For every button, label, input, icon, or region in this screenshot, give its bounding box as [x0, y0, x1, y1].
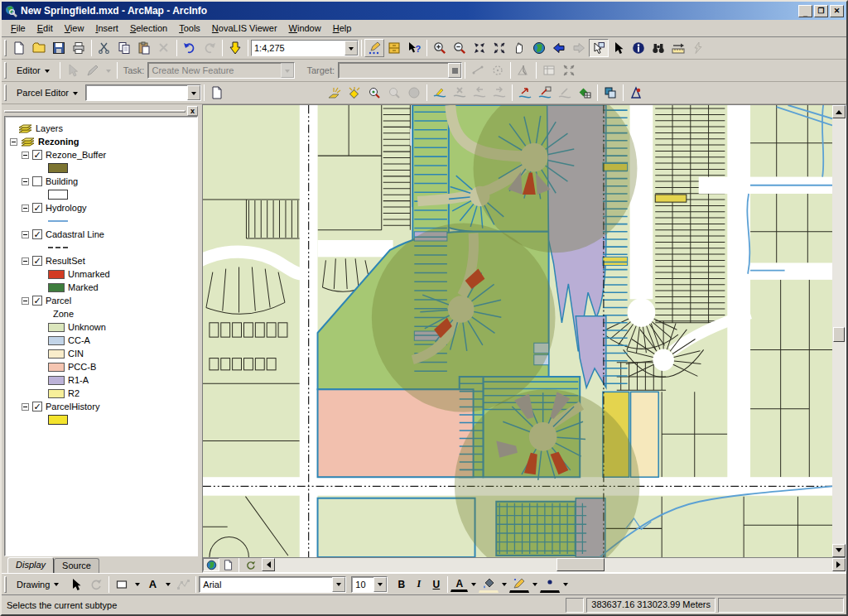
legend-line-swatch[interactable] — [48, 247, 68, 248]
tab-display[interactable]: Display — [7, 557, 54, 573]
select-elements-tool[interactable] — [609, 39, 629, 57]
line-color-dropdown[interactable] — [529, 575, 540, 594]
cut-button[interactable] — [94, 39, 114, 57]
font-size-dropdown-button[interactable] — [373, 577, 387, 592]
toc-row-marked[interactable]: Marked — [10, 281, 195, 294]
parcel-transfer-box-tool[interactable] — [535, 84, 555, 102]
zoom-in-tool[interactable] — [430, 39, 450, 57]
redo-button[interactable] — [200, 39, 219, 57]
line-color-button[interactable] — [509, 575, 529, 593]
expander[interactable] — [22, 231, 29, 238]
restore-button[interactable]: ❐ — [814, 5, 828, 17]
go-back-extent-button[interactable] — [549, 39, 569, 57]
toc-row-parcel[interactable]: ✓Parcel — [10, 294, 195, 307]
new-parcel-document-button[interactable] — [207, 84, 227, 102]
expander[interactable] — [22, 205, 29, 212]
tab-source[interactable]: Source — [54, 558, 99, 573]
legend-swatch[interactable] — [48, 163, 68, 173]
parcel-editor-menu-button[interactable]: Parcel Editor — [9, 84, 85, 101]
toc-row-parcelhistory[interactable]: ✓ParcelHistory — [10, 400, 195, 413]
whats-this-button[interactable] — [404, 39, 424, 57]
menu-item-novalis-viewer[interactable]: NovaLIS Viewer — [206, 21, 283, 36]
refresh-view-button[interactable] — [242, 558, 258, 571]
measure-tool[interactable] — [668, 39, 688, 57]
task-combo[interactable]: Create New Feature — [147, 62, 295, 79]
toc-row-swatch[interactable] — [10, 214, 195, 228]
new-map-button[interactable] — [9, 39, 29, 57]
expander[interactable] — [22, 297, 29, 305]
text-tool[interactable]: A — [142, 575, 162, 594]
select-elements-tool[interactable] — [66, 575, 86, 594]
menu-item-selection[interactable]: Selection — [124, 21, 173, 36]
toc-row-unknown[interactable]: Unknown — [10, 320, 195, 334]
target-combo[interactable] — [338, 62, 462, 79]
parcel-transfer-tool[interactable] — [515, 84, 535, 102]
map-scale-input[interactable] — [252, 41, 344, 55]
title-bar[interactable]: New Springfield.mxd - ArcMap - ArcInfo _… — [2, 2, 846, 20]
editor-menu-button[interactable]: Editor — [9, 62, 57, 79]
parcel-globe-tool[interactable] — [404, 84, 424, 102]
legend-class-swatch[interactable] — [48, 363, 65, 372]
toc-gripper[interactable] — [4, 110, 186, 113]
hyperlink-tool[interactable] — [688, 39, 708, 57]
menu-item-file[interactable]: File — [5, 21, 31, 36]
toc-row-pcc-b[interactable]: PCC-B — [10, 360, 195, 373]
menu-item-view[interactable]: View — [59, 21, 90, 36]
font-color-dropdown[interactable] — [468, 575, 479, 594]
vertical-scrollbar[interactable] — [832, 105, 846, 557]
toc-checkbox-resultset[interactable]: ✓ — [32, 256, 42, 266]
legend-swatch[interactable] — [48, 415, 68, 425]
menu-item-insert[interactable]: Insert — [89, 21, 124, 36]
parcel-swap-tool[interactable] — [600, 84, 620, 102]
drawing-menu-button[interactable]: Drawing — [9, 576, 66, 593]
arccatalog-button[interactable] — [384, 39, 404, 57]
map-canvas[interactable] — [203, 105, 832, 557]
toc-row-layers[interactable]: Layers — [10, 122, 195, 135]
copy-button[interactable] — [114, 39, 134, 57]
toc-checkbox-cadastral-line[interactable]: ✓ — [32, 229, 42, 239]
delete-button[interactable] — [154, 39, 174, 57]
editor-toolbar-toggle[interactable] — [364, 39, 384, 57]
close-button[interactable]: ✕ — [830, 5, 844, 17]
expander[interactable] — [10, 138, 17, 146]
toc-row-unmarked[interactable]: Unmarked — [10, 267, 195, 281]
attributes-button[interactable] — [539, 61, 559, 79]
menu-item-window[interactable]: Window — [283, 21, 327, 36]
scroll-up-button[interactable] — [832, 105, 846, 118]
toc-row-resultset[interactable]: ✓ResultSet — [10, 254, 195, 267]
menu-item-edit[interactable]: Edit — [31, 21, 59, 36]
marker-color-dropdown[interactable] — [560, 575, 571, 594]
toc-row-swatch[interactable] — [10, 241, 195, 254]
identify-tool[interactable] — [629, 39, 648, 57]
underline-button[interactable]: U — [427, 576, 445, 593]
shape-tool-dropdown[interactable] — [132, 575, 142, 594]
font-color-button[interactable]: A — [450, 576, 468, 592]
rotate-tool[interactable] — [488, 61, 508, 79]
horizontal-scroll-thumb[interactable] — [556, 558, 605, 571]
full-extent-button[interactable] — [529, 39, 549, 57]
zoom-out-tool[interactable] — [450, 39, 470, 57]
scale-dropdown-button[interactable] — [344, 41, 358, 55]
parcel-zoom-tool[interactable] — [364, 84, 384, 102]
task-dropdown-button[interactable] — [281, 63, 294, 78]
toc-checkbox-parcel[interactable]: ✓ — [32, 296, 42, 306]
sketch-tool[interactable] — [83, 61, 103, 79]
subtype-combo[interactable] — [85, 84, 201, 101]
legend-class-swatch[interactable] — [48, 349, 65, 359]
toc-row-cadastral-line[interactable]: ✓Cadastral Line — [10, 228, 195, 241]
toc-close-button[interactable]: x — [187, 106, 198, 116]
pan-tool[interactable] — [509, 39, 529, 57]
select-features-tool[interactable] — [589, 39, 609, 57]
sketch-tool-dropdown[interactable] — [103, 61, 114, 79]
toolbar-grip[interactable] — [4, 62, 7, 79]
legend-class-swatch[interactable] — [48, 336, 65, 345]
legend-class-swatch[interactable] — [48, 389, 65, 398]
toc-checkbox-building[interactable] — [32, 176, 42, 186]
split-line-tool[interactable] — [468, 61, 488, 79]
toc-row-cc-a[interactable]: CC-A — [10, 334, 195, 347]
parcel-delete-tool[interactable] — [450, 84, 470, 102]
add-data-button[interactable] — [225, 39, 245, 57]
fill-color-dropdown[interactable] — [499, 575, 509, 594]
map-view[interactable] — [203, 105, 832, 557]
menu-item-tools[interactable]: Tools — [173, 21, 206, 36]
